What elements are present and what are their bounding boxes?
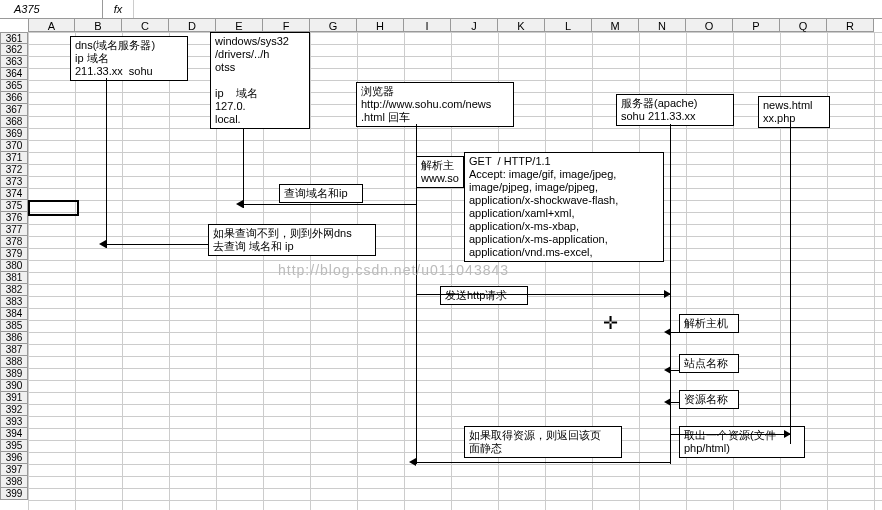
arrow-file	[670, 434, 790, 435]
row-365[interactable]: 365	[0, 80, 28, 92]
row-384[interactable]: 384	[0, 308, 28, 320]
arrow-send	[416, 294, 670, 295]
row-370[interactable]: 370	[0, 140, 28, 152]
col-D[interactable]: D	[169, 18, 216, 32]
col-P[interactable]: P	[733, 18, 780, 32]
col-A[interactable]: A	[28, 18, 75, 32]
arrowhead-dns	[99, 240, 106, 248]
box-notfound: 如果查询不到，则到外网dns 去查询 域名和 ip	[208, 224, 376, 256]
row-372[interactable]: 372	[0, 164, 28, 176]
row-375[interactable]: 375	[0, 200, 28, 212]
arrowhead-file	[784, 430, 791, 438]
arrowhead-parse2	[664, 328, 671, 336]
arrowhead-return	[409, 458, 416, 466]
col-L[interactable]: L	[545, 18, 592, 32]
row-390[interactable]: 390	[0, 380, 28, 392]
arrow-res	[670, 402, 679, 403]
row-395[interactable]: 395	[0, 440, 28, 452]
col-Q[interactable]: Q	[780, 18, 827, 32]
col-C[interactable]: C	[122, 18, 169, 32]
box-sitename: 站点名称	[679, 354, 739, 373]
row-388[interactable]: 388	[0, 356, 28, 368]
row-363[interactable]: 363	[0, 56, 28, 68]
row-391[interactable]: 391	[0, 392, 28, 404]
row-392[interactable]: 392	[0, 404, 28, 416]
row-381[interactable]: 381	[0, 272, 28, 284]
arrow-dns	[106, 244, 208, 245]
arrow-return	[416, 462, 670, 463]
row-376[interactable]: 376	[0, 212, 28, 224]
fx-icon[interactable]: fx	[103, 0, 134, 18]
row-380[interactable]: 380	[0, 260, 28, 272]
row-397[interactable]: 397	[0, 464, 28, 476]
row-389[interactable]: 389	[0, 368, 28, 380]
col-H[interactable]: H	[357, 18, 404, 32]
arrow-query	[243, 204, 416, 205]
active-cell[interactable]	[28, 200, 79, 216]
row-396[interactable]: 396	[0, 452, 28, 464]
col-N[interactable]: N	[639, 18, 686, 32]
box-browser: 浏览器 http://www.sohu.com/news .html 回车	[356, 82, 514, 127]
col-R[interactable]: R	[827, 18, 874, 32]
arrow-site	[670, 370, 679, 371]
formula-bar: A375 fx	[0, 0, 882, 19]
box-parsehost: 解析主 www.so	[416, 156, 464, 188]
col-M[interactable]: M	[592, 18, 639, 32]
box-dns: dns(域名服务器) ip 域名 211.33.xx sohu	[70, 36, 188, 81]
row-387[interactable]: 387	[0, 344, 28, 356]
col-B[interactable]: B	[75, 18, 122, 32]
box-parsehost2: 解析主机	[679, 314, 739, 333]
row-362[interactable]: 362	[0, 44, 28, 56]
lifeline-windows	[243, 128, 244, 208]
box-sendreq: 发送http请求	[440, 286, 528, 305]
row-367[interactable]: 367	[0, 104, 28, 116]
lifeline-files	[790, 124, 791, 444]
col-F[interactable]: F	[263, 18, 310, 32]
row-393[interactable]: 393	[0, 416, 28, 428]
lifeline-dns	[106, 78, 107, 248]
row-371[interactable]: 371	[0, 152, 28, 164]
worksheet-grid[interactable]: dns(域名服务器) ip 域名 211.33.xx sohu windows/…	[28, 32, 882, 510]
row-373[interactable]: 373	[0, 176, 28, 188]
box-ifgot: 如果取得资源，则返回该页 面静态	[464, 426, 622, 458]
row-369[interactable]: 369	[0, 128, 28, 140]
col-O[interactable]: O	[686, 18, 733, 32]
watermark: http://blog.csdn.net/u011043843	[278, 262, 509, 278]
box-files: news.html xx.php	[758, 96, 830, 128]
col-G[interactable]: G	[310, 18, 357, 32]
row-382[interactable]: 382	[0, 284, 28, 296]
box-queryip: 查询域名和ip	[279, 184, 363, 203]
arrowhead-site	[664, 366, 671, 374]
row-383[interactable]: 383	[0, 296, 28, 308]
box-http: GET / HTTP/1.1 Accept: image/gif, image/…	[464, 152, 664, 262]
row-386[interactable]: 386	[0, 332, 28, 344]
row-361[interactable]: 361	[0, 32, 28, 44]
arrow-parse2	[670, 332, 679, 333]
col-J[interactable]: J	[451, 18, 498, 32]
row-366[interactable]: 366	[0, 92, 28, 104]
box-windows: windows/sys32 /drivers/../h otss ip 域名 1…	[210, 32, 310, 129]
arrowhead-query	[236, 200, 243, 208]
row-368[interactable]: 368	[0, 116, 28, 128]
row-364[interactable]: 364	[0, 68, 28, 80]
row-385[interactable]: 385	[0, 320, 28, 332]
col-K[interactable]: K	[498, 18, 545, 32]
row-378[interactable]: 378	[0, 236, 28, 248]
row-379[interactable]: 379	[0, 248, 28, 260]
column-headers: ABCDEFGHIJKLMNOPQR	[28, 18, 874, 32]
row-399[interactable]: 399	[0, 488, 28, 500]
row-377[interactable]: 377	[0, 224, 28, 236]
row-374[interactable]: 374	[0, 188, 28, 200]
row-398[interactable]: 398	[0, 476, 28, 488]
arrowhead-res	[664, 398, 671, 406]
cursor-icon: ✛	[603, 312, 618, 334]
col-I[interactable]: I	[404, 18, 451, 32]
arrowhead-send	[664, 290, 671, 298]
row-headers: 3613623633643653663673683693703713723733…	[0, 32, 28, 500]
box-resname: 资源名称	[679, 390, 739, 409]
name-box[interactable]: A375	[0, 0, 103, 18]
row-394[interactable]: 394	[0, 428, 28, 440]
box-server: 服务器(apache) sohu 211.33.xx	[616, 94, 734, 126]
col-E[interactable]: E	[216, 18, 263, 32]
